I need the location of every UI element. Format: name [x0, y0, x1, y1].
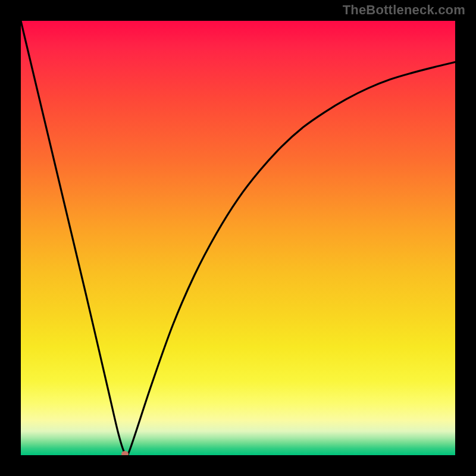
plot-area: [21, 21, 455, 455]
bottleneck-curve: [21, 21, 455, 455]
minimum-marker: [121, 451, 129, 455]
attribution-text: TheBottleneck.com: [343, 2, 465, 18]
chart-stage: TheBottleneck.com: [0, 0, 476, 476]
